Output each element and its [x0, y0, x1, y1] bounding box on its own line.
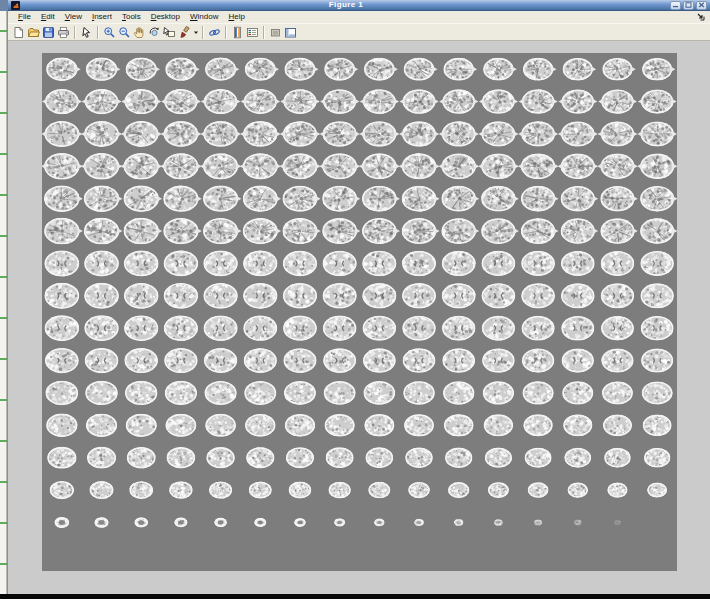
maximize-icon	[685, 2, 692, 8]
menu-tools[interactable]: Tools	[117, 11, 146, 23]
edit-plot-button[interactable]	[79, 25, 94, 40]
new-figure-button[interactable]	[11, 25, 26, 40]
menu-help[interactable]: Help	[223, 11, 249, 23]
brush-dropdown-caret-icon	[193, 26, 199, 39]
open-file-button[interactable]	[26, 25, 41, 40]
brush-button[interactable]	[177, 25, 192, 40]
open-file-icon	[27, 26, 40, 39]
rotate-3d-button[interactable]	[147, 25, 162, 40]
figure-canvas-area	[8, 41, 710, 594]
insert-legend-icon	[246, 26, 259, 39]
insert-colorbar-button[interactable]	[230, 25, 245, 40]
screen-bottom-edge	[0, 594, 710, 599]
menu-file[interactable]: File	[13, 11, 36, 23]
titlebar[interactable]: Figure 1	[8, 0, 710, 11]
zoom-in-icon	[103, 26, 116, 39]
minimize-icon	[672, 2, 679, 8]
show-plot-tools-icon	[284, 26, 297, 39]
zoom-in-button[interactable]	[102, 25, 117, 40]
matlab-figure-icon	[11, 1, 20, 10]
minimize-button[interactable]	[670, 1, 681, 10]
insert-legend-button[interactable]	[245, 25, 260, 40]
hide-plot-tools-icon	[269, 26, 282, 39]
menu-view[interactable]: View	[60, 11, 87, 23]
figure-window: Figure 1 File Edit View Insert Tools Des…	[8, 0, 710, 594]
print-figure-icon	[57, 26, 70, 39]
link-plot-button[interactable]	[207, 25, 222, 40]
menu-insert[interactable]: Insert	[87, 11, 117, 23]
save-figure-button[interactable]	[41, 25, 56, 40]
brush-icon	[178, 26, 191, 39]
screen: Figure 1 File Edit View Insert Tools Des…	[0, 0, 710, 599]
window-controls	[670, 1, 707, 10]
close-icon	[698, 2, 705, 8]
toolbar-separator	[263, 26, 265, 39]
hide-plot-tools-button[interactable]	[268, 25, 283, 40]
new-figure-icon	[12, 26, 25, 39]
background-window-edge	[0, 0, 8, 594]
save-figure-icon	[42, 26, 55, 39]
rotate-3d-icon	[148, 26, 161, 39]
pan-icon	[133, 26, 146, 39]
brush-dropdown-button[interactable]	[192, 25, 199, 40]
toolbar	[8, 23, 710, 41]
print-figure-button[interactable]	[56, 25, 71, 40]
window-title: Figure 1	[22, 0, 670, 10]
menubar: File Edit View Insert Tools Desktop Wind…	[8, 11, 710, 23]
toolbar-separator	[74, 26, 76, 39]
menu-window[interactable]: Window	[185, 11, 223, 23]
brain-montage-image	[42, 53, 677, 571]
zoom-out-icon	[118, 26, 131, 39]
pan-button[interactable]	[132, 25, 147, 40]
toolbar-separator	[225, 26, 227, 39]
data-cursor-icon	[163, 26, 176, 39]
dock-figure-icon	[697, 13, 705, 21]
toolbar-separator	[97, 26, 99, 39]
edit-plot-icon	[80, 26, 93, 39]
menu-desktop[interactable]: Desktop	[146, 11, 185, 23]
close-button[interactable]	[696, 1, 707, 10]
dock-figure-button[interactable]	[697, 13, 705, 21]
maximize-button[interactable]	[683, 1, 694, 10]
zoom-out-button[interactable]	[117, 25, 132, 40]
show-plot-tools-button[interactable]	[283, 25, 298, 40]
menu-edit[interactable]: Edit	[36, 11, 60, 23]
link-plot-icon	[208, 26, 221, 39]
insert-colorbar-icon	[231, 26, 244, 39]
toolbar-separator	[202, 26, 204, 39]
data-cursor-button[interactable]	[162, 25, 177, 40]
